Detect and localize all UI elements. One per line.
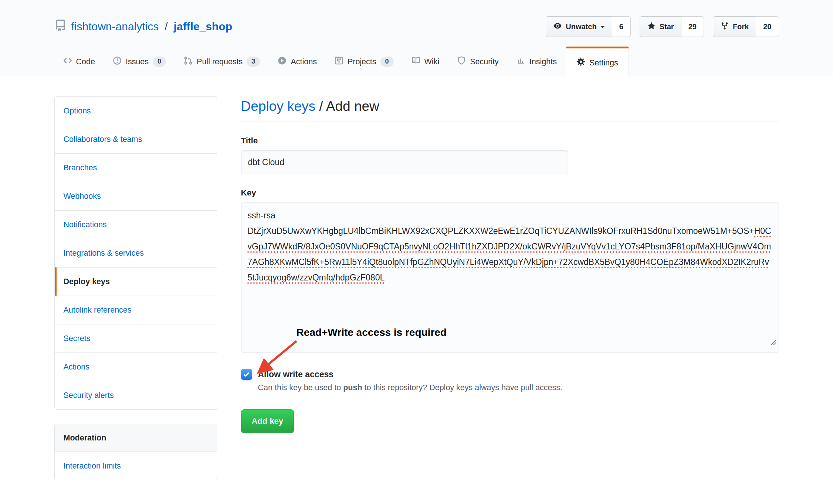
- moderation-heading: Moderation: [55, 424, 217, 452]
- bar-graph-icon: [517, 56, 525, 67]
- gear-icon: [576, 57, 585, 68]
- sidebar-item-branches[interactable]: Branches: [55, 153, 217, 182]
- projects-count-badge: 0: [380, 57, 394, 67]
- tab-code[interactable]: Code: [54, 47, 104, 77]
- sidebar-item-deploy-keys[interactable]: Deploy keys: [55, 267, 217, 296]
- repo-separator: /: [164, 20, 168, 33]
- issue-opened-icon: [113, 56, 122, 67]
- pull-requests-count-badge: 3: [247, 57, 260, 67]
- repo-nav: Code Issues 0 Pull requests 3 Actions Pr…: [54, 47, 779, 77]
- code-icon: [63, 56, 72, 67]
- sidebar-item-autolink-references[interactable]: Autolink references: [55, 296, 217, 324]
- repo-header: fishtown-analytics / jaffle_shop Unwatch…: [0, 0, 833, 77]
- book-icon: [412, 56, 420, 67]
- tab-insights[interactable]: Insights: [508, 47, 566, 77]
- sidebar-item-secrets[interactable]: Secrets: [55, 324, 217, 353]
- annotation-text: Read+Write access is required: [297, 327, 447, 338]
- settings-sidebar: Options Collaborators & teams Branches W…: [54, 96, 217, 480]
- page-title: Deploy keys / Add new: [241, 99, 779, 122]
- resize-handle-icon[interactable]: [769, 335, 777, 351]
- project-board-icon: [335, 56, 343, 67]
- sidebar-item-options[interactable]: Options: [55, 97, 217, 125]
- breadcrumb-current: / Add new: [315, 99, 379, 114]
- repo-name-link[interactable]: jaffle_shop: [174, 20, 232, 33]
- issues-count-badge: 0: [153, 57, 166, 67]
- title-field-label: Title: [241, 136, 779, 146]
- shield-icon: [457, 56, 466, 67]
- sidebar-item-notifications[interactable]: Notifications: [55, 210, 217, 239]
- stargazers-count[interactable]: 29: [681, 16, 704, 37]
- allow-write-access-row: Read+Write access is required Allow writ…: [241, 369, 779, 380]
- repo-owner-link[interactable]: fishtown-analytics: [71, 20, 159, 33]
- repo-social-actions: Unwatch 6 Star 29: [546, 16, 779, 37]
- fork-group: Fork 20: [713, 16, 779, 37]
- sidebar-item-collaborators-teams[interactable]: Collaborators & teams: [55, 125, 217, 153]
- sidebar-item-actions[interactable]: Actions: [55, 353, 217, 381]
- tab-projects[interactable]: Projects 0: [326, 47, 403, 77]
- title-input[interactable]: [241, 150, 568, 174]
- key-field-label: Key: [241, 188, 779, 198]
- key-text-plain: ssh-rsa DtZjrXuD5UwXwYKHgbgLU4lbCmBiKHLW…: [248, 211, 754, 236]
- tab-wiki[interactable]: Wiki: [403, 47, 448, 77]
- sidebar-item-security-alerts[interactable]: Security alerts: [55, 381, 217, 409]
- repo-icon: [54, 20, 66, 34]
- sidebar-item-integrations-services[interactable]: Integrations & services: [55, 239, 217, 267]
- watch-group: Unwatch 6: [546, 16, 630, 37]
- pull-request-icon: [184, 56, 193, 67]
- play-circle-icon: [278, 56, 287, 67]
- watchers-count[interactable]: 6: [612, 16, 631, 37]
- add-key-button[interactable]: Add key: [241, 409, 294, 433]
- fork-button[interactable]: Fork: [713, 16, 756, 37]
- deploy-key-form: Deploy keys / Add new Title Key ssh-rsa …: [241, 96, 779, 433]
- tab-pull-requests[interactable]: Pull requests 3: [175, 47, 269, 77]
- github-repo-settings-page: fishtown-analytics / jaffle_shop Unwatch…: [0, 0, 833, 504]
- sidebar-item-webhooks[interactable]: Webhooks: [55, 182, 217, 210]
- star-button[interactable]: Star: [640, 16, 681, 37]
- settings-menu: Options Collaborators & teams Branches W…: [54, 96, 217, 410]
- annotation-arrow-icon: [251, 338, 302, 378]
- star-group: Star 29: [640, 16, 704, 37]
- tab-actions[interactable]: Actions: [269, 47, 326, 77]
- star-icon: [647, 21, 656, 32]
- sidebar-item-interaction-limits[interactable]: Interaction limits: [55, 452, 217, 480]
- unwatch-button[interactable]: Unwatch: [546, 16, 612, 37]
- tab-settings[interactable]: Settings: [566, 47, 629, 77]
- moderation-menu: Moderation Interaction limits: [54, 424, 217, 480]
- fork-icon: [720, 21, 729, 32]
- repo-breadcrumb: fishtown-analytics / jaffle_shop: [54, 20, 232, 34]
- tab-security[interactable]: Security: [448, 47, 508, 77]
- tab-issues[interactable]: Issues 0: [104, 47, 175, 77]
- allow-write-access-note: Can this key be used to push to this rep…: [258, 383, 779, 392]
- forks-count[interactable]: 20: [756, 16, 779, 37]
- deploy-keys-breadcrumb-link[interactable]: Deploy keys: [241, 99, 316, 114]
- caret-down-icon: [600, 26, 605, 30]
- eye-icon: [553, 21, 562, 32]
